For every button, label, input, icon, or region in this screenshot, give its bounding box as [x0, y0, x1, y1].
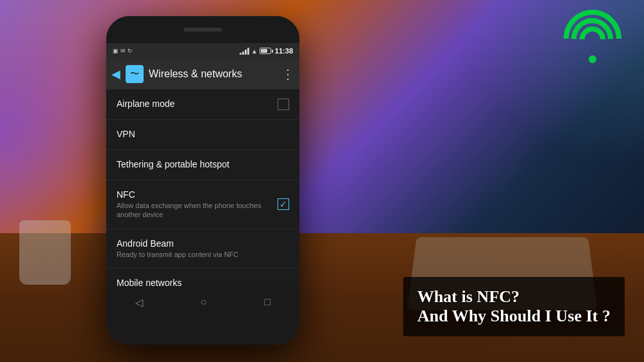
sim-icon: ▣ [113, 48, 118, 54]
battery-tip [272, 50, 273, 53]
phone-speaker [184, 28, 222, 32]
text-overlay: What is NFC? And Why Should I Use It ? [403, 277, 625, 336]
settings-item-nfc-title: NFC [117, 189, 278, 200]
wifi-status-icon: ▲ [251, 48, 258, 55]
nfc-checkmark: ✓ [279, 200, 287, 209]
battery-body [260, 48, 271, 54]
more-options-button[interactable]: ⋮ [281, 66, 294, 82]
status-left-icons: ▣ ✉ ↻ [113, 48, 237, 54]
nav-home-button[interactable]: ○ [200, 296, 207, 308]
airplane-checkbox[interactable] [278, 99, 289, 110]
status-time: 11:38 [275, 47, 293, 55]
settings-item-mobile-networks[interactable]: Mobile networks [106, 269, 299, 287]
phone: ▣ ✉ ↻ ▲ [106, 16, 299, 345]
phone-bezel-top [106, 16, 299, 43]
settings-item-airplane-content: Airplane mode [117, 99, 278, 110]
wireless-icon: 〜 [130, 68, 139, 80]
settings-item-tethering-content: Tethering & portable hotspot [117, 159, 289, 171]
settings-item-android-beam-content: Android Beam Ready to transmit app conte… [117, 238, 289, 259]
settings-item-vpn-title: VPN [117, 129, 289, 139]
settings-item-airplane-title: Airplane mode [117, 99, 278, 109]
sync-icon: ↻ [128, 48, 133, 54]
battery-icon [260, 48, 273, 54]
settings-item-nfc[interactable]: NFC Allow data exchange when the phone t… [106, 180, 299, 229]
settings-item-nfc-subtitle: Allow data exchange when the phone touch… [117, 201, 278, 220]
settings-item-tethering[interactable]: Tethering & portable hotspot [106, 150, 299, 180]
overlay-line2: And Why Should I Use It ? [417, 307, 611, 326]
back-button[interactable]: ◀ [111, 67, 120, 81]
battery-fill [261, 49, 267, 53]
nav-back-button[interactable]: ◁ [135, 296, 143, 309]
signal-bar-2 [242, 52, 244, 55]
settings-item-mobile-networks-content: Mobile networks [117, 278, 289, 287]
nfc-checkbox[interactable]: ✓ [278, 198, 289, 210]
settings-item-mobile-networks-title: Mobile networks [117, 278, 289, 287]
settings-item-android-beam-title: Android Beam [117, 238, 289, 249]
signal-icon [240, 47, 249, 55]
phone-nav-bar: ◁ ○ □ [106, 287, 299, 318]
signal-bar-3 [245, 50, 247, 55]
settings-item-android-beam-subtitle: Ready to transmit app content via NFC [117, 250, 289, 259]
status-bar: ▣ ✉ ↻ ▲ [106, 43, 299, 59]
wifi-logo [560, 13, 625, 64]
settings-item-nfc-content: NFC Allow data exchange when the phone t… [117, 189, 278, 220]
signal-bar-1 [240, 53, 242, 55]
app-bar-title: Wireless & networks [149, 68, 276, 80]
settings-list: Airplane mode VPN Tethering & portable h… [106, 90, 299, 287]
notification-icon: ✉ [120, 48, 126, 54]
settings-item-android-beam[interactable]: Android Beam Ready to transmit app conte… [106, 229, 299, 269]
wifi-dot [589, 55, 596, 63]
nav-recents-button[interactable]: □ [265, 296, 271, 308]
settings-item-vpn-content: VPN [117, 129, 289, 140]
app-bar: ◀ 〜 Wireless & networks ⋮ [106, 59, 299, 90]
phone-bezel-bottom [106, 318, 299, 345]
app-bar-icon: 〜 [126, 65, 144, 83]
phone-screen: ▣ ✉ ↻ ▲ [106, 43, 299, 287]
status-right-icons: ▲ 11:38 [240, 47, 293, 55]
settings-item-tethering-title: Tethering & portable hotspot [117, 159, 289, 169]
settings-item-airplane[interactable]: Airplane mode [106, 90, 299, 120]
overlay-line1: What is NFC? [417, 287, 611, 307]
signal-bar-4 [247, 48, 249, 55]
settings-item-vpn[interactable]: VPN [106, 120, 299, 150]
